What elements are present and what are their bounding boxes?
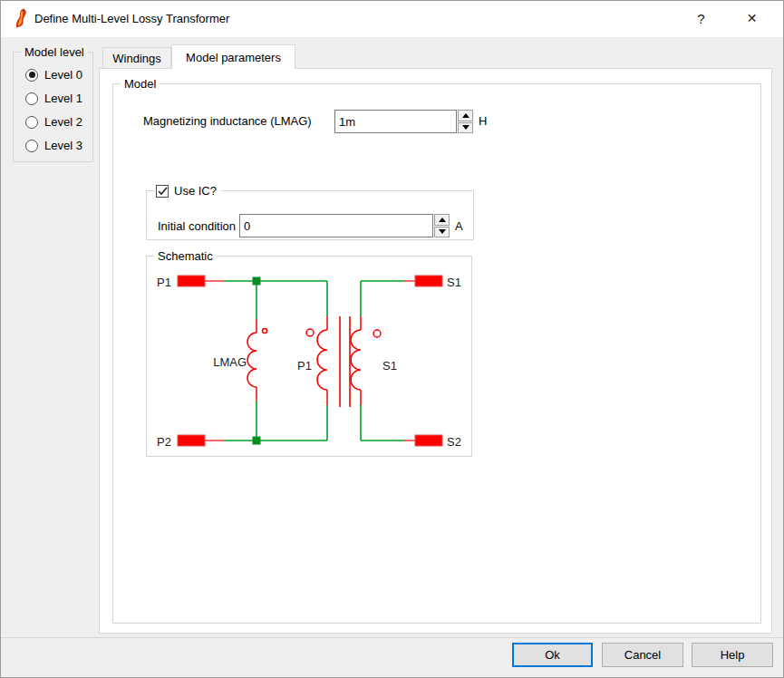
initial-condition-label: Initial condition xyxy=(158,219,236,233)
magnetizing-inductance-spinner xyxy=(458,110,473,133)
lmag-label: LMAG xyxy=(213,355,247,369)
app-logo-icon xyxy=(14,8,28,29)
radio-level-1[interactable]: Level 1 xyxy=(25,92,82,105)
model-level-groupbox: Model level Level 0 Level 1 Level 2 Leve… xyxy=(13,52,93,162)
titlebar-help-button[interactable]: ? xyxy=(681,1,721,35)
terminal-p1-block xyxy=(178,276,205,286)
terminal-p2-label: P2 xyxy=(157,435,171,449)
initial-condition-spinner xyxy=(434,214,450,237)
terminal-s2-block xyxy=(415,435,442,446)
down-arrow-icon xyxy=(462,125,469,130)
radio-level-2[interactable]: Level 2 xyxy=(25,115,82,129)
window-title: Define Multi-Level Lossy Transformer xyxy=(34,12,229,25)
model-level-legend: Model level xyxy=(21,45,88,59)
secondary-winding-label: S1 xyxy=(382,359,397,373)
up-arrow-icon xyxy=(439,218,446,222)
transformer-schematic: P1 P2 S1 S2 LMAG P1 S1 xyxy=(147,257,471,456)
terminal-s2-label: S2 xyxy=(447,435,461,449)
up-arrow-icon xyxy=(462,113,469,118)
spin-down-button[interactable] xyxy=(434,227,450,238)
radio-level-3[interactable]: Level 3 xyxy=(25,139,82,152)
wire-junction xyxy=(253,277,261,286)
magnetizing-inductance-label: Magnetizing inductance (LMAG) xyxy=(143,114,312,128)
tab-model-parameters[interactable]: Model parameters xyxy=(171,44,295,69)
radio-icon xyxy=(25,140,38,152)
use-ic-label: Use IC? xyxy=(174,184,217,198)
lmag-inductor-symbol xyxy=(247,319,267,401)
model-groupbox: Model Magnetizing inductance (LMAG) H Us… xyxy=(112,83,761,624)
spin-up-button[interactable] xyxy=(458,110,473,121)
terminal-p2-block xyxy=(178,435,205,446)
wires xyxy=(225,281,404,441)
spin-down-button[interactable] xyxy=(458,122,473,134)
terminal-p1-label: P1 xyxy=(157,276,171,289)
primary-winding-label: P1 xyxy=(297,359,312,373)
terminal-s1-block xyxy=(415,276,442,286)
down-arrow-icon xyxy=(439,229,446,234)
radio-icon xyxy=(25,116,38,129)
help-button[interactable]: Help xyxy=(692,643,773,667)
magnetizing-unit-label: H xyxy=(479,114,487,128)
close-icon[interactable]: ✕ xyxy=(731,1,772,35)
schematic-groupbox: Schematic xyxy=(146,256,472,457)
title-bar[interactable]: Define Multi-Level Lossy Transformer ? ✕ xyxy=(1,1,783,37)
spin-up-button[interactable] xyxy=(434,214,450,226)
model-legend: Model xyxy=(121,77,160,91)
tab-windings[interactable]: Windings xyxy=(102,47,171,68)
ok-button[interactable]: Ok xyxy=(512,643,593,667)
radio-icon xyxy=(25,69,38,82)
wire-junction xyxy=(253,437,261,445)
initial-condition-unit-label: A xyxy=(455,219,463,233)
footer-separator xyxy=(1,637,783,638)
dialog-body: Model level Level 0 Level 1 Level 2 Leve… xyxy=(1,37,783,678)
use-ic-checkbox-row[interactable]: Use IC? xyxy=(155,184,221,198)
radio-level-0[interactable]: Level 0 xyxy=(25,68,82,82)
checkbox-checked-icon[interactable] xyxy=(156,185,169,198)
radio-icon xyxy=(25,92,38,105)
dialog-window: Define Multi-Level Lossy Transformer ? ✕… xyxy=(0,0,784,678)
magnetizing-inductance-input[interactable] xyxy=(334,110,457,133)
initial-condition-input[interactable] xyxy=(239,214,433,237)
tab-pane: Model Magnetizing inductance (LMAG) H Us… xyxy=(99,68,772,634)
terminal-s1-label: S1 xyxy=(447,276,461,289)
transformer-core xyxy=(340,316,350,407)
cancel-button[interactable]: Cancel xyxy=(602,643,683,667)
secondary-winding-symbol xyxy=(351,316,381,405)
use-ic-groupbox: Use IC? Initial condition A xyxy=(146,190,474,240)
